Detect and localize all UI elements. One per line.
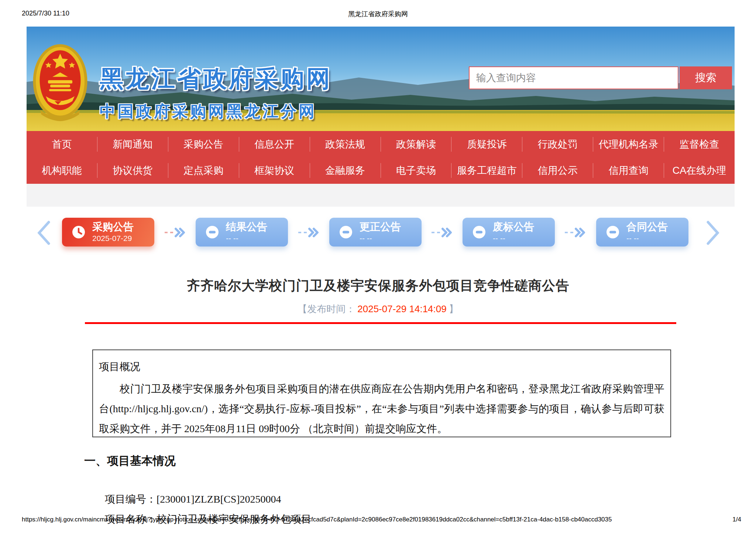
nav-item-fixed-point[interactable]: 定点采购 bbox=[183, 164, 223, 177]
flow-step-label: 更正公告 bbox=[360, 221, 401, 233]
publish-time-prefix: 【发布时间： bbox=[298, 303, 355, 314]
site-subtitle: 中国政府采购网黑龙江分网 bbox=[100, 101, 332, 122]
flow-step-purchase-notice[interactable]: 采购公告 2025-07-29 bbox=[62, 218, 154, 247]
carousel-prev-icon[interactable] bbox=[36, 221, 51, 245]
red-divider bbox=[85, 322, 676, 324]
project-number-value: [230001]ZLZB[CS]20250004 bbox=[157, 493, 281, 505]
print-page: 2025/7/30 11:10 黑龙江省政府采购网 bbox=[0, 0, 756, 534]
minus-circle-icon bbox=[472, 225, 486, 239]
banner-titles: 黑龙江省政府采购网 中国政府采购网黑龙江分网 bbox=[100, 63, 332, 122]
carousel-next-icon[interactable] bbox=[706, 221, 721, 245]
national-emblem-logo bbox=[32, 44, 88, 122]
nav-item-finance-service[interactable]: 金融服务 bbox=[325, 164, 365, 177]
nav-item-news[interactable]: 新闻通知 bbox=[113, 138, 152, 151]
flow-step-label: 结果公告 bbox=[226, 221, 267, 233]
flow-step-date: 2025-07-29 bbox=[92, 234, 134, 243]
nav-item-home[interactable]: 首页 bbox=[52, 138, 72, 151]
flow-step-date: -- -- bbox=[226, 234, 267, 243]
nav-item-complaints[interactable]: 质疑投诉 bbox=[467, 138, 507, 151]
nav-item-purchase-notice[interactable]: 采购公告 bbox=[183, 138, 223, 151]
print-doc-title: 黑龙江省政府采购网 bbox=[0, 10, 756, 18]
nav-item-admin-penalty[interactable]: 行政处罚 bbox=[538, 138, 578, 151]
nav-row-2: 机构职能 协议供货 定点采购 框架协议 金融服务 电子卖场 服务工程超市 信用公… bbox=[27, 157, 735, 183]
nav-item-ca-online[interactable]: CA在线办理 bbox=[673, 164, 726, 177]
flow-step-cancellation-notice[interactable]: 废标公告 -- -- bbox=[463, 218, 555, 247]
nav-item-framework[interactable]: 框架协议 bbox=[254, 164, 294, 177]
nav-item-agreement-supply[interactable]: 协议供货 bbox=[113, 164, 152, 177]
flow-step-date: -- -- bbox=[360, 234, 401, 243]
notice-title: 齐齐哈尔大学校门门卫及楼宇安保服务外包项目竞争性磋商公告 bbox=[0, 277, 756, 295]
nav-item-supervision[interactable]: 监督检查 bbox=[680, 138, 719, 151]
flow-step-correction-notice[interactable]: 更正公告 -- -- bbox=[329, 218, 422, 247]
print-page-number: 1/4 bbox=[732, 516, 741, 523]
nav-item-policy-interpretation[interactable]: 政策解读 bbox=[396, 138, 436, 151]
main-nav: 首页 新闻通知 采购公告 信息公开 政策法规 政策解读 质疑投诉 行政处罚 代理… bbox=[27, 131, 735, 184]
flow-step-label: 采购公告 bbox=[92, 221, 134, 233]
project-overview-text: 校门门卫及楼宇安保服务外包项目采购项目的潜在供应商应在公告期内凭用户名和密码，登… bbox=[99, 379, 664, 439]
minus-circle-icon bbox=[339, 225, 353, 239]
site-banner: 黑龙江省政府采购网 中国政府采购网黑龙江分网 搜索 bbox=[27, 27, 735, 131]
search-input[interactable] bbox=[469, 66, 678, 89]
site-title: 黑龙江省政府采购网 bbox=[100, 63, 332, 95]
flow-arrow-icon bbox=[430, 227, 456, 238]
nav-row-1: 首页 新闻通知 采购公告 信息公开 政策法规 政策解读 质疑投诉 行政处罚 代理… bbox=[27, 131, 735, 157]
flow-step-date: -- -- bbox=[626, 234, 668, 243]
search-button[interactable]: 搜索 bbox=[680, 66, 732, 89]
nav-item-e-mall[interactable]: 电子卖场 bbox=[396, 164, 436, 177]
flow-step-label: 合同公告 bbox=[626, 221, 668, 233]
print-footer-url: https://hljcg.hlj.gov.cn/maincms-web/not… bbox=[22, 516, 612, 523]
flow-step-date: -- -- bbox=[493, 234, 534, 243]
nav-item-credit-publicity[interactable]: 信用公示 bbox=[538, 164, 578, 177]
minus-circle-icon bbox=[205, 225, 219, 239]
flow-step-contract-notice[interactable]: 合同公告 -- -- bbox=[596, 218, 688, 247]
clock-icon bbox=[72, 225, 86, 239]
project-overview-label: 项目概况 bbox=[99, 360, 670, 374]
minus-circle-icon bbox=[606, 225, 620, 239]
flow-step-label: 废标公告 bbox=[493, 221, 534, 233]
nav-item-agency-list[interactable]: 代理机构名录 bbox=[599, 138, 659, 151]
nav-lower-band bbox=[27, 184, 735, 207]
nav-item-policy-law[interactable]: 政策法规 bbox=[325, 138, 365, 151]
project-number-line: 项目编号：[230001]ZLZB[CS]20250004 bbox=[105, 492, 281, 506]
section-heading-basic-info: 一、项目基本情况 bbox=[84, 453, 176, 469]
search-bar: 搜索 bbox=[469, 66, 732, 89]
publish-time-suffix: 】 bbox=[449, 303, 458, 314]
project-overview-box: 项目概况 校门门卫及楼宇安保服务外包项目采购项目的潜在供应商应在公告期内凭用户名… bbox=[92, 349, 671, 437]
publish-time-line: 【发布时间：2025-07-29 14:14:09】 bbox=[0, 303, 756, 316]
nav-item-credit-query[interactable]: 信用查询 bbox=[609, 164, 649, 177]
flow-arrow-icon bbox=[297, 227, 323, 238]
flow-step-result-notice[interactable]: 结果公告 -- -- bbox=[196, 218, 288, 247]
project-number-label: 项目编号： bbox=[105, 493, 157, 505]
nav-item-functions[interactable]: 机构职能 bbox=[42, 164, 82, 177]
nav-item-info-disclosure[interactable]: 信息公开 bbox=[254, 138, 294, 151]
flow-arrow-icon bbox=[163, 227, 189, 238]
flow-arrow-icon bbox=[563, 227, 589, 238]
publish-time-value: 2025-07-29 14:14:09 bbox=[357, 303, 446, 314]
nav-item-service-market[interactable]: 服务工程超市 bbox=[457, 164, 517, 177]
